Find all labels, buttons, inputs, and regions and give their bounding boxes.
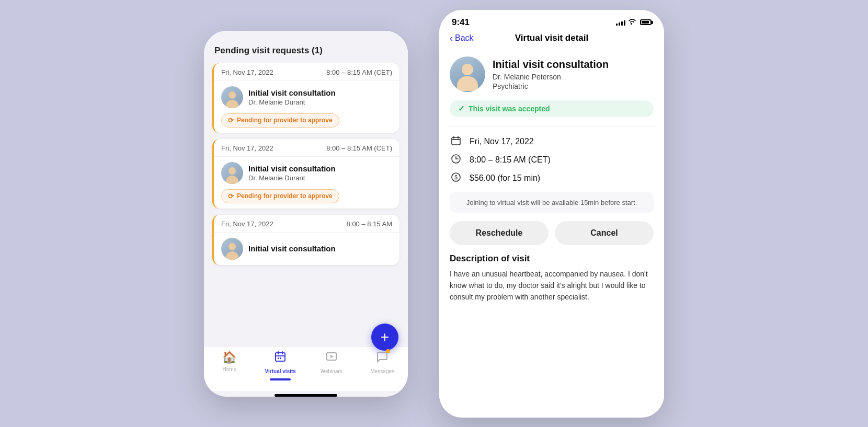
battery-tip — [652, 21, 653, 24]
battery-icon — [640, 19, 652, 25]
visit-date: Fri, Nov 17, 2022 — [221, 144, 273, 152]
nav-messages-label: Messages — [370, 368, 394, 374]
nav-home[interactable]: 🏠 Home — [204, 351, 255, 380]
messages-icon — [376, 351, 389, 366]
visit-info: Initial visit consultation Dr. Melanie D… — [248, 88, 392, 106]
visit-date-row: Fri, Nov 17, 2022 8:00 – 8:15 AM — [214, 215, 399, 233]
pending-icon: ⟳ — [228, 117, 234, 124]
bottom-nav: 🏠 Home Virtual visits Webinars — [204, 346, 408, 391]
home-icon: 🏠 — [222, 351, 236, 364]
visit-time: 8:00 – 8:15 AM — [347, 220, 392, 228]
svg-rect-0 — [276, 353, 285, 361]
status-icons — [616, 18, 652, 26]
accepted-label: This visit was accepted — [469, 105, 550, 113]
svg-rect-5 — [280, 357, 281, 359]
checkmark-icon: ✓ — [458, 104, 465, 113]
time-row: 8:00 – 8:15 AM (CET) — [450, 154, 654, 167]
joining-note-text: Joining to virtual visit will be availab… — [466, 199, 637, 206]
back-button[interactable]: ‹ Back — [450, 33, 474, 44]
visit-date: Fri, Nov 17, 2022 — [221, 68, 273, 76]
visit-date-row: Fri, Nov 17, 2022 8:00 – 8:15 AM (CET) — [214, 63, 399, 81]
divider — [450, 126, 654, 127]
pending-badge[interactable]: ⟳ Pending for provider to approve — [221, 113, 339, 128]
visit-card-body: Initial visit consultation Dr. Melanie D… — [214, 81, 399, 113]
nav-virtual-visits-label: Virtual visits — [265, 368, 296, 374]
status-bar: 9:41 — [439, 10, 664, 28]
visit-title: Initial visit consultation — [248, 88, 392, 97]
clock-icon — [450, 154, 462, 167]
doctor-specialty: Psychiatric — [493, 82, 609, 90]
visit-info: Initial visit consultation Dr. Melanie D… — [248, 164, 392, 182]
price-row: $ $56.00 (for 15 min) — [450, 172, 654, 185]
visit-time: 8:00 – 8:15 AM (CET) — [326, 144, 392, 152]
doctor-avatar-image — [455, 64, 479, 92]
webinars-icon — [325, 351, 338, 366]
description-title: Description of visit — [450, 253, 654, 264]
info-rows: Fri, Nov 17, 2022 8:00 – 8:15 AM (CET) $… — [439, 135, 664, 185]
cancel-button[interactable]: Cancel — [555, 221, 654, 245]
svg-rect-8 — [452, 137, 460, 145]
left-phone: Pending visit requests (1) Fri, Nov 17, … — [204, 31, 408, 397]
signal-bar-3 — [621, 21, 623, 26]
detail-header: ‹ Back Virtual visit detail — [439, 28, 664, 51]
visit-title: Initial visit consultation — [248, 244, 392, 253]
visit-doctor: Dr. Melanie Durant — [248, 98, 392, 106]
pending-badge[interactable]: ⟳ Pending for provider to approve — [221, 189, 339, 203]
right-phone: 9:41 — [439, 10, 664, 418]
active-indicator — [270, 378, 291, 380]
avatar — [221, 238, 243, 260]
back-label: Back — [455, 33, 474, 43]
doctor-info: Initial visit consultation Dr. Melanie P… — [493, 58, 609, 90]
visit-info: Initial visit consultation — [248, 244, 392, 253]
avatar — [221, 86, 243, 108]
detail-title: Virtual visit detail — [515, 33, 588, 43]
virtual-visits-icon — [274, 351, 287, 366]
nav-webinars[interactable]: Webinars — [306, 351, 357, 380]
avatar-head — [462, 64, 473, 75]
visit-card-body: Initial visit consultation — [214, 233, 399, 265]
reschedule-button[interactable]: Reschedule — [450, 221, 549, 245]
svg-rect-4 — [278, 357, 279, 359]
doctor-visit-title: Initial visit consultation — [493, 58, 609, 71]
fab-icon: + — [381, 329, 389, 345]
price-icon: $ — [450, 172, 462, 185]
pending-label: Pending for provider to approve — [237, 117, 333, 124]
accepted-badge: ✓ This visit was accepted — [450, 100, 654, 117]
action-buttons: Reschedule Cancel — [439, 221, 664, 253]
price-text: $56.00 (for 15 min) — [470, 174, 540, 183]
date-row: Fri, Nov 17, 2022 — [450, 135, 654, 148]
nav-webinars-label: Webinars — [321, 368, 342, 374]
status-time: 9:41 — [452, 17, 470, 28]
visit-footer: ⟳ Pending for provider to approve — [214, 113, 399, 133]
wifi-icon — [628, 18, 636, 26]
visit-card[interactable]: Fri, Nov 17, 2022 8:00 – 8:15 AM (CET) — [212, 63, 399, 133]
calendar-icon — [450, 135, 462, 148]
visit-list: Fri, Nov 17, 2022 8:00 – 8:15 AM (CET) — [204, 63, 408, 346]
visit-date: Fri, Nov 17, 2022 — [221, 220, 273, 228]
doctor-name: Dr. Melanie Peterson — [493, 73, 609, 81]
joining-note: Joining to virtual visit will be availab… — [450, 192, 654, 213]
visit-title: Initial visit consultation — [248, 164, 392, 173]
visit-doctor: Dr. Melanie Durant — [248, 174, 392, 182]
back-chevron-icon: ‹ — [450, 33, 453, 44]
visit-time: 8:00 – 8:15 AM (CET) — [326, 68, 392, 76]
pending-label: Pending for provider to approve — [237, 192, 333, 200]
signal-bars — [616, 19, 625, 26]
svg-text:$: $ — [454, 175, 458, 180]
description-section: Description of visit I have an unusual h… — [439, 253, 664, 303]
nav-messages[interactable]: Messages — [357, 351, 408, 380]
nav-virtual-visits[interactable]: Virtual visits — [255, 351, 306, 380]
visit-card[interactable]: Fri, Nov 17, 2022 8:00 – 8:15 AM — [212, 215, 399, 265]
visit-card[interactable]: Fri, Nov 17, 2022 8:00 – 8:15 AM (CET) — [212, 139, 399, 209]
doctor-avatar — [450, 56, 485, 92]
description-text: I have an unusual heartbeat, accompanied… — [450, 268, 654, 303]
pending-title: Pending visit requests (1) — [214, 45, 323, 55]
home-indicator — [275, 394, 337, 397]
messages-notification-badge — [386, 349, 390, 353]
date-text: Fri, Nov 17, 2022 — [470, 137, 534, 146]
left-header: Pending visit requests (1) — [204, 31, 408, 63]
visit-card-body: Initial visit consultation Dr. Melanie D… — [214, 157, 399, 189]
battery-fill — [642, 21, 649, 24]
fab-button[interactable]: + — [371, 324, 398, 351]
signal-bar-1 — [616, 24, 618, 26]
